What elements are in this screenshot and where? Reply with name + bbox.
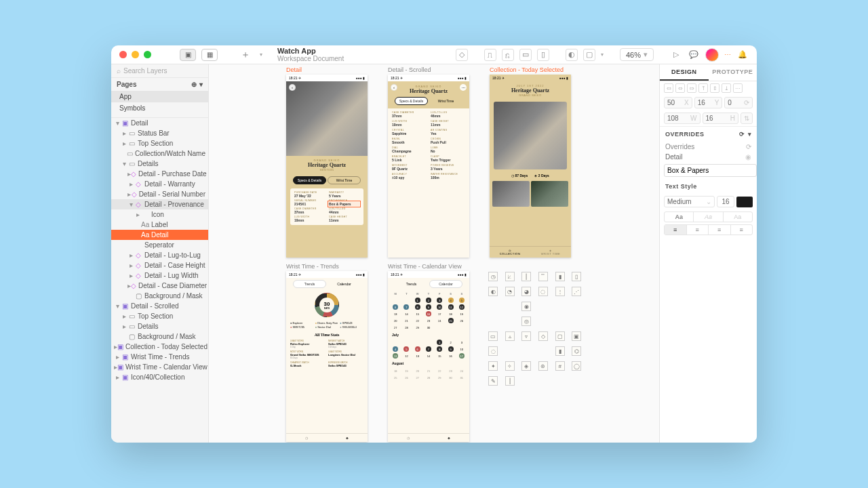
- view-toggle: ▣ ▦: [180, 49, 218, 61]
- inspector-panel: DESIGN PROTOTYPE ⤆ ⇔ ⤇ ⤒ ⇕ ⤓ ⋯ 50X 16Y 0…: [659, 64, 757, 443]
- group-icon[interactable]: ▭: [519, 49, 532, 61]
- reset-icon[interactable]: ⟳: [739, 131, 745, 138]
- layer-item[interactable]: ▸◇Detail - Lug-to-Lug: [111, 250, 208, 260]
- layer-item[interactable]: ▸▣Collection - Today Selected: [111, 342, 208, 352]
- page-item-symbols[interactable]: Symbols: [111, 102, 208, 114]
- search-placeholder: Search Layers: [123, 67, 167, 75]
- ungroup-icon[interactable]: ▯: [537, 49, 549, 61]
- align-bottom-icon[interactable]: ⤓: [722, 83, 731, 93]
- layer-item[interactable]: ▸◇Detail - Lug Width: [111, 270, 208, 281]
- icon-symbols-grid: ◷⟀⎮⎺▮▯ ◐◔◕◌⋮⋰ ◉ ◎ ▭▵▿◇▢▣ ◌▮ ⌬✦✧◈⊛# ◯✎⎮: [488, 272, 583, 386]
- chevron-down-icon[interactable]: ▾: [199, 81, 203, 88]
- layers-list: ▾▣Detail▸▭Status Bar▸▭Top Section ▭Colle…: [111, 118, 208, 443]
- add-page-icon[interactable]: ⊕: [191, 81, 197, 88]
- zoom-value: 46%: [626, 51, 641, 59]
- mask-icon[interactable]: ◐: [566, 49, 578, 61]
- artboard-detail[interactable]: Detail 18:21 ✈●●● ▮ ‹ GRAND SEIKO Herita…: [286, 75, 368, 258]
- artboard-calendar[interactable]: Wrist Time - Calendar View 18:21 ✈●●● ▮ …: [388, 271, 469, 442]
- layer-item[interactable]: ▢Background / Mask: [111, 291, 208, 301]
- layer-item[interactable]: ▸◇Detail - Purchase Date: [111, 169, 208, 179]
- symbol-icon[interactable]: ◇: [456, 49, 468, 61]
- artboard-label: Wrist Time - Trends: [286, 263, 339, 270]
- panel-toggle-icon-2[interactable]: ▦: [201, 49, 218, 61]
- zoom-select[interactable]: 46%▾: [620, 48, 654, 61]
- layer-item[interactable]: ▸◇Detail - Case Diameter: [111, 281, 208, 291]
- close-button[interactable]: [119, 51, 127, 58]
- panel-toggle-icon[interactable]: ▣: [180, 49, 196, 61]
- layer-item[interactable]: ▸▭Top Section: [111, 311, 208, 321]
- reset-icon[interactable]: ⟳: [746, 143, 751, 150]
- comment-icon[interactable]: 💬: [688, 49, 700, 61]
- title-bar: ▣ ▦ ＋ ▾ Watch App Workspace Document ◇ ⎍…: [111, 45, 757, 64]
- layer-item[interactable]: AaDetail: [111, 230, 208, 240]
- text-color-swatch[interactable]: [736, 197, 753, 207]
- notification-icon[interactable]: 🔔: [736, 49, 749, 61]
- layer-item[interactable]: ▾◇Detail - Provenance: [111, 199, 208, 209]
- insert-button[interactable]: ＋: [239, 49, 252, 61]
- layer-item[interactable]: ▸▣Wrist Time - Trends: [111, 352, 208, 362]
- artboard-collection[interactable]: Collection - Today Selected 18:21 ✈●●● ▮…: [490, 75, 571, 258]
- artboard-label: Detail - Scrolled: [388, 66, 431, 73]
- layer-item[interactable]: AaLabel: [111, 220, 208, 230]
- layer-item[interactable]: ▸ Icon: [111, 209, 208, 220]
- doc-name: Watch App: [277, 47, 344, 55]
- override-value-input[interactable]: [664, 164, 757, 177]
- text-align-group[interactable]: ≡≡≡≡: [664, 224, 753, 235]
- align-hcenter-icon[interactable]: ⇔: [675, 83, 685, 93]
- align-right-icon[interactable]: ⤇: [687, 83, 696, 93]
- layer-item[interactable]: ▸▭Top Section: [111, 138, 208, 148]
- search-layers[interactable]: ⌕ Search Layers: [111, 64, 208, 78]
- maximize-button[interactable]: [144, 51, 151, 58]
- page-item-app[interactable]: App: [111, 91, 208, 102]
- layers-panel: ⌕ Search Layers Pages ⊕▾ App Symbols ▾▣D…: [111, 64, 209, 443]
- layer-item[interactable]: ▾▭Details: [111, 159, 208, 169]
- toolbar-right: ◇ ⎍ ⎌ ▭ ▯ ◐ ▢ ▾ 46%▾ ▷ 💬 ⋯ 🔔: [456, 48, 749, 62]
- distribute-icon[interactable]: ⎌: [502, 49, 514, 61]
- canvas[interactable]: Detail 18:21 ✈●●● ▮ ‹ GRAND SEIKO Herita…: [209, 64, 659, 443]
- layer-item[interactable]: ▸▭Details: [111, 321, 208, 331]
- align-left-icon[interactable]: ⤆: [664, 83, 673, 93]
- layer-item[interactable]: ▸◇Detail - Serial Number: [111, 189, 208, 199]
- layer-item[interactable]: ▸▣Icon/40/Collection: [111, 372, 208, 382]
- scale-icon[interactable]: ▢: [583, 49, 595, 61]
- layer-item[interactable]: ▸◇Detail - Case Height: [111, 260, 208, 270]
- distribute-icon[interactable]: ⋯: [733, 83, 743, 93]
- tab-prototype[interactable]: PROTOTYPE: [709, 64, 757, 81]
- doc-subtitle: Workspace Document: [277, 55, 344, 62]
- tab-design[interactable]: DESIGN: [660, 64, 709, 81]
- artboard-label: Wrist Time - Calendar View: [388, 263, 462, 270]
- avatar[interactable]: [705, 48, 719, 62]
- minimize-button[interactable]: [132, 51, 139, 58]
- artboard-trends[interactable]: Wrist Time - Trends 18:21 ✈●●● ▮ Trends …: [286, 271, 368, 442]
- align-icon[interactable]: ⎍: [484, 49, 496, 61]
- pages-header: Pages ⊕▾: [111, 78, 208, 91]
- layer-item[interactable]: ▸▣Wrist Time - Calendar View: [111, 362, 208, 372]
- layer-item[interactable]: ▸▭Status Bar: [111, 128, 208, 138]
- main-area: ⌕ Search Layers Pages ⊕▾ App Symbols ▾▣D…: [111, 64, 757, 443]
- app-window: ▣ ▦ ＋ ▾ Watch App Workspace Document ◇ ⎍…: [111, 45, 757, 443]
- layer-item[interactable]: ▾▣Detail: [111, 118, 208, 128]
- search-icon: ⌕: [117, 67, 121, 75]
- align-top-icon[interactable]: ⤒: [698, 83, 708, 93]
- artboard-label: Detail: [286, 66, 302, 73]
- text-style-variants[interactable]: Aa Aa Aa: [664, 211, 753, 222]
- layer-item[interactable]: ▭Collection/Watch Name: [111, 148, 208, 159]
- traffic-lights: [119, 51, 151, 58]
- chevron-down-icon[interactable]: ▾: [260, 52, 262, 58]
- artboard-detail-scrolled[interactable]: Detail - Scrolled 18:21 ✈●●● ▮ ‹ ⋯ GRAND…: [388, 75, 469, 258]
- document-title: Watch App Workspace Document: [277, 47, 344, 62]
- layer-item[interactable]: Seperator: [111, 240, 208, 250]
- layer-item[interactable]: ▸◇Detail - Warranty: [111, 179, 208, 189]
- play-icon[interactable]: ▷: [670, 49, 682, 61]
- layer-item[interactable]: ▢Background / Mask: [111, 331, 208, 342]
- align-vcenter-icon[interactable]: ⇕: [710, 83, 719, 93]
- artboard-label: Collection - Today Selected: [490, 66, 564, 73]
- layer-item[interactable]: ▾▣Detail - Scrolled: [111, 301, 208, 311]
